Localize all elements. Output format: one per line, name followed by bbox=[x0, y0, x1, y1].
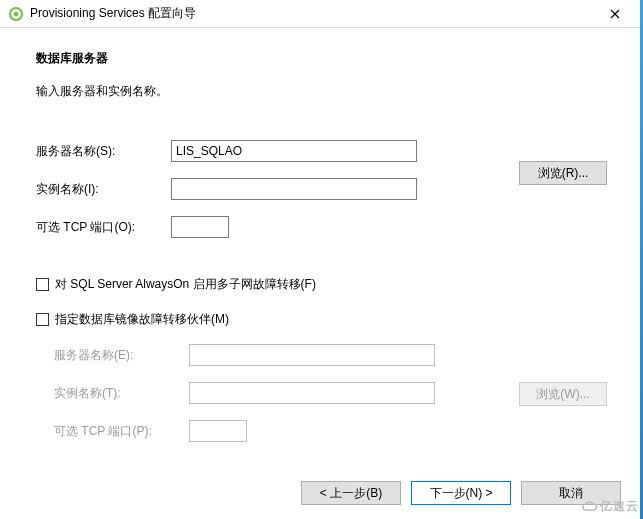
browse-button[interactable]: 浏览(R)... bbox=[519, 161, 607, 185]
mirror-server-name-input bbox=[189, 344, 435, 366]
server-name-row: 服务器名称(S): 浏览(R)... bbox=[36, 140, 613, 162]
page-subtext: 输入服务器和实例名称。 bbox=[36, 83, 613, 100]
instance-name-label: 实例名称(I): bbox=[36, 181, 171, 198]
app-icon bbox=[8, 6, 24, 22]
tcp-port-row: 可选 TCP 端口(O): bbox=[36, 216, 613, 238]
mirror-checkbox-label: 指定数据库镜像故障转移伙伴(M) bbox=[55, 311, 229, 328]
mirror-tcp-port-label: 可选 TCP 端口(P): bbox=[54, 423, 189, 440]
server-name-input[interactable] bbox=[171, 140, 417, 162]
mirror-browse-button: 浏览(W)... bbox=[519, 382, 607, 406]
back-button[interactable]: < 上一步(B) bbox=[301, 481, 401, 505]
server-name-label: 服务器名称(S): bbox=[36, 143, 171, 160]
checkbox-icon bbox=[36, 278, 49, 291]
mirror-fields: 服务器名称(E): 浏览(W)... 实例名称(T): 可选 TCP 端口(P)… bbox=[36, 344, 613, 442]
mirror-checkbox-row[interactable]: 指定数据库镜像故障转移伙伴(M) bbox=[36, 311, 613, 328]
alwayson-checkbox-label: 对 SQL Server AlwaysOn 启用多子网故障转移(F) bbox=[55, 276, 316, 293]
next-button[interactable]: 下一步(N) > bbox=[411, 481, 511, 505]
watermark: 亿速云 bbox=[582, 498, 639, 515]
page-heading: 数据库服务器 bbox=[36, 50, 613, 67]
content-area: 数据库服务器 输入服务器和实例名称。 服务器名称(S): 浏览(R)... 实例… bbox=[0, 28, 643, 442]
mirror-instance-name-label: 实例名称(T): bbox=[54, 385, 189, 402]
mirror-instance-name-input bbox=[189, 382, 435, 404]
mirror-server-name-label: 服务器名称(E): bbox=[54, 347, 189, 364]
footer-buttons: < 上一步(B) 下一步(N) > 取消 bbox=[301, 481, 621, 505]
mirror-tcp-port-row: 可选 TCP 端口(P): bbox=[54, 420, 613, 442]
window-title: Provisioning Services 配置向导 bbox=[30, 5, 595, 22]
instance-name-input[interactable] bbox=[171, 178, 417, 200]
svg-point-1 bbox=[14, 11, 18, 15]
close-button[interactable] bbox=[595, 3, 635, 25]
watermark-text: 亿速云 bbox=[600, 498, 639, 515]
titlebar: Provisioning Services 配置向导 bbox=[0, 0, 643, 28]
mirror-tcp-port-input bbox=[189, 420, 247, 442]
cloud-icon bbox=[582, 501, 598, 513]
tcp-port-label: 可选 TCP 端口(O): bbox=[36, 219, 171, 236]
tcp-port-input[interactable] bbox=[171, 216, 229, 238]
checkbox-icon bbox=[36, 313, 49, 326]
mirror-server-name-row: 服务器名称(E): 浏览(W)... bbox=[54, 344, 613, 366]
alwayson-checkbox-row[interactable]: 对 SQL Server AlwaysOn 启用多子网故障转移(F) bbox=[36, 276, 613, 293]
